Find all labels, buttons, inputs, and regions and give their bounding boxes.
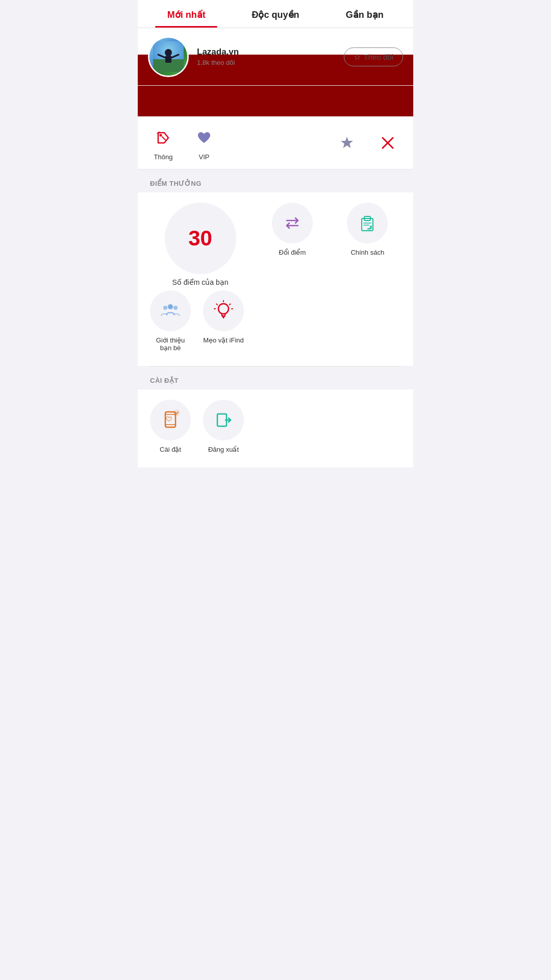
heart-icon-circle (191, 125, 217, 151)
filter-star[interactable] (334, 130, 360, 156)
svg-line-19 (230, 304, 231, 305)
filter-vip[interactable]: VIP (191, 125, 217, 161)
profile-followers: 1,8k theo dõi (197, 59, 336, 66)
cai-dat-header: CÀI ĐẶT (138, 366, 413, 389)
policy-icon-circle (347, 203, 388, 243)
svg-point-16 (218, 304, 229, 314)
avatar-image (149, 38, 187, 76)
cai-dat-label: Cài đặt (160, 446, 181, 453)
filter-row: Thông VIP (138, 116, 413, 169)
vip-label: VIP (199, 153, 210, 161)
chinh-sach-btn[interactable]: Chính sách (334, 203, 401, 256)
gioi-thieu-label: Giới thiệu bạn bè (150, 336, 191, 352)
tab-doc-quyen[interactable]: Độc quyền (231, 0, 320, 28)
follow-button[interactable]: ☆ Theo dõi (344, 47, 403, 66)
tag-icon-circle (150, 125, 177, 151)
dang-xuat-label: Đăng xuất (208, 446, 239, 453)
cai-dat-section: CÀI ĐẶT Cài đặt (138, 366, 413, 468)
top-tabs-container: Mới nhất Độc quyền Gần bạn (138, 0, 413, 28)
tab-moi-nhat[interactable]: Mới nhất (142, 0, 231, 28)
exchange-icon-circle (272, 203, 313, 243)
svg-point-14 (163, 306, 167, 310)
doi-diem-label: Đổi điểm (279, 249, 306, 256)
profile-banner: Lazada.vn 1,8k theo dõi ☆ Theo dõi (138, 28, 413, 86)
chinh-sach-label: Chính sách (350, 249, 384, 256)
lightbulb-icon-circle (203, 290, 244, 331)
diem-thuong-section: ĐIỂM THƯỞNG 30 Số điểm của bạn Đổi điểm (138, 169, 413, 366)
follow-label: Theo dõi (364, 53, 393, 61)
svg-point-13 (168, 304, 173, 309)
avatar[interactable] (148, 36, 189, 77)
svg-point-26 (173, 410, 180, 416)
dang-xuat-btn[interactable]: Đăng xuất (203, 400, 244, 453)
svg-point-15 (173, 306, 178, 310)
svg-point-6 (160, 134, 162, 137)
logout-icon-circle (203, 400, 244, 440)
gioi-thieu-btn[interactable]: Giới thiệu bạn bè (150, 290, 191, 352)
meo-vat-label: Mẹo vặt iFind (203, 336, 244, 344)
settings-grid: Cài đặt Đăng xuất (138, 389, 413, 468)
close-button[interactable] (374, 130, 401, 156)
profile-name: Lazada.vn (197, 47, 336, 57)
svg-rect-3 (165, 56, 171, 63)
tab-gan-ban[interactable]: Gần bạn (320, 0, 409, 28)
svg-point-2 (165, 49, 172, 56)
icons-row-2: Giới thiệu bạn bè Mẹo vặt iFind (138, 290, 413, 366)
cai-dat-btn[interactable]: Cài đặt (150, 400, 191, 453)
doi-diem-btn[interactable]: Đổi điểm (259, 203, 325, 256)
profile-info: Lazada.vn 1,8k theo dõi (197, 47, 336, 66)
friends-icon-circle (150, 290, 191, 331)
banner-red-bar (138, 86, 413, 116)
points-display: 30 Số điểm của bạn (150, 203, 251, 286)
star-filter-icon-circle (334, 130, 360, 156)
filter-thong[interactable]: Thông (150, 125, 177, 161)
so-diem-label: Số điểm của bạn (172, 278, 229, 286)
meo-vat-btn[interactable]: Mẹo vặt iFind (203, 290, 244, 352)
diem-thuong-header: ĐIỂM THƯỞNG (138, 169, 413, 192)
settings-icon-circle (150, 400, 191, 440)
svg-line-20 (217, 304, 218, 305)
star-icon: ☆ (354, 52, 361, 62)
points-circle: 30 (165, 203, 236, 274)
points-number: 30 (188, 228, 212, 249)
thong-label: Thông (154, 153, 173, 161)
